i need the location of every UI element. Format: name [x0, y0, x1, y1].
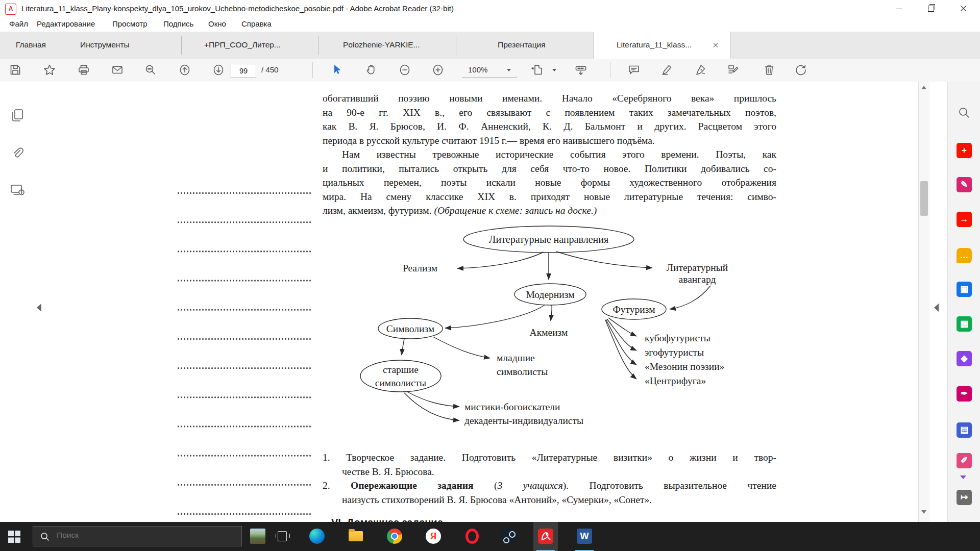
tab-tools[interactable]: Инструменты: [80, 40, 130, 49]
taskbar-opera[interactable]: [460, 522, 484, 551]
fit-width-button[interactable]: [530, 63, 544, 77]
pdf-text-line: периода в русской культуре считают 1915 …: [323, 135, 776, 149]
refresh-button[interactable]: [794, 63, 807, 77]
taskbar-word[interactable]: W: [572, 522, 597, 551]
comment-tool-button[interactable]: …: [957, 248, 972, 263]
zoom-dropdown-caret-icon[interactable]: [507, 69, 511, 71]
plus-circle-icon: [431, 63, 445, 77]
taskbar-task-view[interactable]: [270, 522, 295, 551]
page-thumbnails-button[interactable]: [9, 107, 26, 123]
tab-close-icon[interactable]: [713, 42, 719, 48]
homework-item-2-line-2: наизусть стихотворений В. Я. Брюсова «Ан…: [323, 494, 796, 506]
tree-photo-icon: [250, 529, 265, 544]
scroll-down-icon[interactable]: [921, 510, 926, 514]
taskbar-search[interactable]: [33, 526, 242, 546]
attachments-button[interactable]: [9, 145, 26, 161]
find-button[interactable]: [144, 63, 157, 77]
zoom-dropdown-underline: [462, 77, 517, 78]
comment-button[interactable]: [627, 63, 641, 77]
search-input[interactable]: [56, 530, 231, 540]
star-button[interactable]: [43, 63, 56, 77]
start-button[interactable]: [8, 531, 20, 543]
create-pdf-button[interactable]: +: [957, 143, 972, 158]
pdf-text-segment-italic: (Обращение к схеме: запись на доске.): [434, 205, 597, 216]
previous-page-button[interactable]: [178, 63, 191, 77]
protect-button[interactable]: ◆: [957, 351, 972, 366]
taskbar-steam[interactable]: [497, 522, 521, 551]
search-tools-button[interactable]: [957, 105, 972, 120]
comment-tool-icon: …: [960, 251, 969, 260]
taskbar-file-explorer[interactable]: [344, 522, 368, 551]
menu-view[interactable]: Просмотр: [112, 19, 148, 28]
homework-item-2-bold: Опережающие задания: [351, 480, 473, 491]
arrow-symbolism-to-younger: [433, 337, 490, 358]
collapse-left-panel-icon[interactable]: [37, 304, 41, 312]
combine-files-button[interactable]: ▣: [957, 282, 972, 297]
taskbar-acrobat-active[interactable]: [533, 522, 558, 551]
accessibility-info-button[interactable]: [9, 182, 26, 198]
next-page-button[interactable]: [212, 63, 225, 77]
edge-browser-icon: [309, 529, 325, 544]
sign-pen-button[interactable]: [694, 63, 707, 77]
zoom-level-value[interactable]: 100%: [468, 65, 499, 74]
arrow-elder-to-decadents: [404, 393, 459, 420]
taskbar-chrome[interactable]: [382, 522, 407, 551]
zoom-out-button[interactable]: [398, 63, 411, 77]
tab-doc-1[interactable]: +ПРП_СОО_Литер...: [204, 40, 281, 49]
zoom-in-button[interactable]: [431, 63, 445, 77]
hand-tool-button[interactable]: [364, 63, 378, 77]
collapse-right-panel-icon[interactable]: [934, 304, 939, 312]
menu-window[interactable]: Окно: [208, 19, 226, 28]
delete-pages-button[interactable]: [763, 63, 776, 77]
rotate-refresh-icon: [794, 63, 807, 77]
stamp-button[interactable]: ▤: [957, 422, 972, 438]
pdf-text-line: и политики, пытались открыть для себя чт…: [323, 163, 776, 178]
tab-home[interactable]: Главная: [16, 40, 46, 49]
toolbar-divider: [312, 62, 313, 78]
opera-icon: [465, 529, 479, 544]
scrollbar-thumb[interactable]: [920, 181, 928, 216]
taskbar-yandex-browser[interactable]: Я: [421, 522, 446, 551]
tab-doc-4-active[interactable]: Literatura_11_klass...: [617, 40, 692, 49]
tab-doc-2[interactable]: Polozhenie-YARKIE...: [343, 40, 420, 49]
print-button[interactable]: [77, 63, 90, 77]
edit-pdf-button[interactable]: ✎: [957, 177, 972, 192]
highlight-button[interactable]: [660, 63, 674, 77]
pdf-text-line: циальных перемен, поэты искали новые фор…: [323, 177, 776, 191]
save-button[interactable]: [9, 63, 22, 77]
open-tool-button[interactable]: ↦: [957, 490, 972, 505]
close-button[interactable]: [947, 0, 979, 17]
combine-files-icon: ▣: [960, 284, 968, 294]
menu-file[interactable]: Файл: [9, 19, 28, 28]
yandex-icon: Я: [426, 529, 441, 544]
steam-icon: [501, 529, 517, 544]
menu-help[interactable]: Справка: [241, 19, 272, 28]
menu-edit[interactable]: Редактирование: [37, 19, 95, 28]
export-pdf-button[interactable]: →: [957, 212, 972, 227]
email-button[interactable]: [111, 63, 124, 77]
more-tools-chevron-icon[interactable]: [960, 475, 966, 479]
arrow-down-circle-icon: [212, 63, 225, 77]
vertical-scrollbar[interactable]: [918, 82, 929, 522]
toolbox-button[interactable]: [574, 63, 587, 77]
fill-sign-tool-button[interactable]: ✒: [957, 386, 972, 402]
search-tools-icon: [957, 105, 972, 120]
paperclip-icon: [9, 145, 26, 161]
tab-separator: [456, 36, 456, 55]
tab-doc-3[interactable]: Презентация: [498, 40, 546, 49]
minimize-button[interactable]: [883, 0, 915, 17]
select-tool-button[interactable]: [330, 63, 344, 77]
fit-dropdown-caret-icon[interactable]: [552, 69, 556, 71]
page-number-input[interactable]: [231, 64, 256, 78]
homework-item-2-number: 2.: [323, 480, 351, 491]
fill-sign-button[interactable]: [727, 63, 740, 77]
taskbar-edge[interactable]: [305, 522, 329, 551]
taskbar-widget-photo[interactable]: [246, 522, 270, 551]
chrome-icon: [387, 529, 402, 544]
diagram-node-avantgarde-line1: Литературный: [667, 262, 728, 273]
menu-sign[interactable]: Подпись: [163, 19, 193, 28]
restore-button[interactable]: [915, 0, 947, 17]
scroll-up-icon[interactable]: [921, 86, 926, 89]
organize-pages-button[interactable]: ▦: [957, 316, 972, 332]
measure-button[interactable]: ✐: [957, 453, 972, 468]
